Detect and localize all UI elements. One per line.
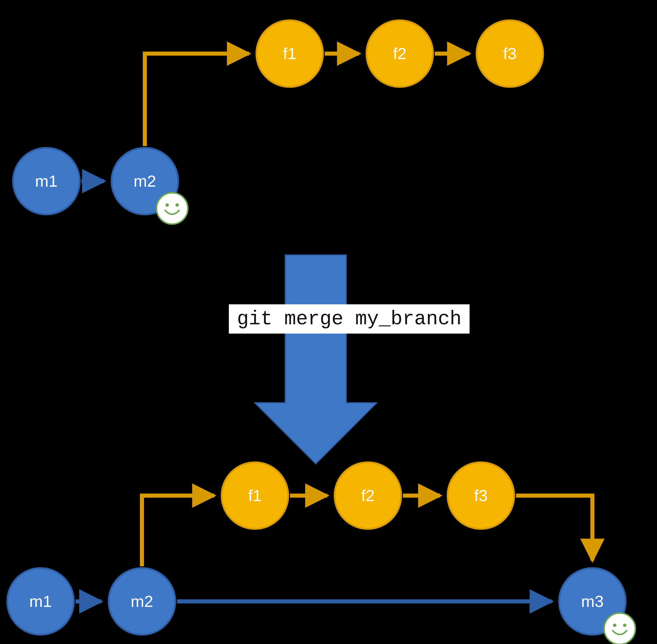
- command-label: git merge my_branch: [229, 304, 470, 334]
- commit-f2-after-label: f2: [361, 486, 375, 505]
- arrow-m2-f1-after: [142, 496, 214, 566]
- commit-m1-before: m1: [13, 148, 80, 214]
- commit-m2-after: m2: [109, 568, 175, 635]
- svg-point-15: [613, 623, 616, 627]
- commit-f2-before-label: f2: [393, 44, 407, 63]
- commit-m2-before: m2: [112, 148, 188, 224]
- commit-f3-after: f3: [448, 462, 514, 529]
- arrow-m2-f1-before: [145, 54, 249, 146]
- commit-m1-after-label: m1: [29, 592, 52, 611]
- commit-m1-after: m1: [7, 568, 74, 635]
- commit-m1-before-label: m1: [35, 172, 57, 190]
- commit-f3-before: f3: [476, 20, 543, 87]
- arrow-f3-m3-after: [516, 496, 592, 560]
- svg-point-4: [175, 203, 179, 207]
- svg-point-2: [157, 193, 188, 224]
- commit-m2-after-label: m2: [131, 592, 153, 611]
- commit-m2-before-label: m2: [134, 172, 156, 190]
- commit-f2-before: f2: [367, 20, 433, 87]
- commit-m3-after: m3: [559, 568, 635, 644]
- commit-f3-after-label: f3: [474, 486, 488, 505]
- svg-point-16: [623, 623, 627, 627]
- svg-point-14: [604, 613, 635, 644]
- commit-f1-before: f1: [256, 20, 323, 87]
- commit-f1-before-label: f1: [283, 44, 297, 63]
- commit-m2-before-smile: [157, 193, 188, 224]
- commit-f1-after-label: f1: [248, 486, 262, 505]
- commit-f3-before-label: f3: [503, 44, 517, 63]
- commit-f1-after: f1: [221, 462, 288, 529]
- svg-point-3: [165, 203, 169, 207]
- commit-m3-after-label: m3: [581, 592, 604, 611]
- commit-f2-after: f2: [334, 462, 401, 529]
- commit-m3-after-smile: [604, 613, 635, 644]
- big-down-arrow-icon: [255, 255, 377, 464]
